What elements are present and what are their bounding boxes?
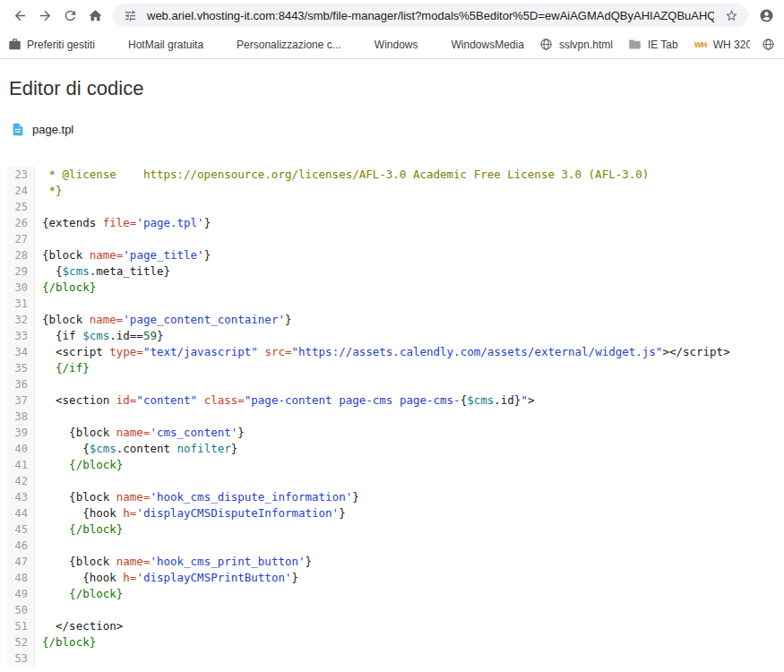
line-number: 42	[7, 473, 35, 489]
code-line[interactable]: {if $cms.id==59}	[35, 328, 164, 344]
profile-icon[interactable]	[754, 3, 779, 28]
browser-toolbar: web.ariel.vhosting-it.com:8443/smb/file-…	[0, 0, 784, 30]
line-number: 49	[7, 586, 35, 602]
line-number: 32	[7, 312, 35, 328]
bookmark-label: Preferiti gestiti	[27, 39, 95, 51]
line-number: 52	[7, 634, 35, 650]
line-number: 37	[7, 392, 35, 409]
line-number: 40	[7, 441, 35, 457]
code-line[interactable]	[35, 650, 49, 667]
microsoft-logo-icon	[219, 39, 231, 51]
wh-favicon-icon: WH	[694, 38, 708, 52]
bookmark-item[interactable]: HotMail gratuita	[110, 39, 203, 51]
bookmark-item[interactable]: IE Tab	[628, 38, 678, 52]
microsoft-logo-icon	[357, 39, 369, 51]
code-line[interactable]: <section id="content" class="page-conten…	[35, 392, 534, 409]
bookmark-label: WH 32020694 54679997	[713, 39, 750, 51]
bookmark-item[interactable]: WindowsMedia	[434, 39, 524, 51]
bookmark-star-icon[interactable]	[721, 5, 741, 25]
code-line[interactable]: {$cms.meta_title}	[35, 263, 170, 280]
code-line[interactable]	[35, 199, 49, 215]
code-line[interactable]: * @license https://opensource.org/licens…	[35, 167, 649, 183]
line-number: 36	[7, 376, 35, 392]
code-line[interactable]: {/block}	[35, 634, 96, 650]
code-line[interactable]: {/block}	[35, 457, 123, 473]
microsoft-logo-icon	[110, 39, 123, 51]
line-number: 33	[7, 328, 35, 344]
file-manager-editor-page: Editor di codice page.tpl 23 * @license …	[0, 77, 784, 667]
bookmark-label: WindowsMedia	[452, 39, 524, 51]
bookmarks-bar: Preferiti gestitiHotMail gratuitaPersona…	[0, 30, 784, 59]
line-number: 28	[7, 247, 35, 263]
bookmark-label: Personalizzazione c...	[237, 39, 341, 51]
file-icon	[11, 122, 25, 137]
page-title: Editor di codice	[9, 77, 784, 100]
line-number: 34	[7, 344, 35, 360]
code-line[interactable]: <script type="text/javascript" src="http…	[35, 344, 730, 360]
code-line[interactable]: {block name='hook_cms_dispute_informatio…	[35, 489, 359, 505]
code-line[interactable]: {hook h='displayCMSDisputeInformation'}	[35, 505, 346, 521]
address-bar[interactable]: web.ariel.vhosting-it.com:8443/smb/file-…	[113, 4, 748, 27]
bookmark-item[interactable]: WHWH 32020694 54679997	[694, 38, 750, 52]
bookmark-label: HotMail gratuita	[128, 39, 203, 51]
globe-icon	[539, 38, 554, 52]
line-number: 53	[7, 650, 35, 667]
code-line[interactable]	[35, 473, 49, 489]
back-icon[interactable]	[7, 3, 32, 28]
code-line[interactable]: {/block}	[35, 521, 123, 538]
line-number: 46	[7, 538, 35, 554]
code-line[interactable]: {hook h='displayCMSPrintButton'}	[35, 570, 298, 586]
file-row: page.tpl	[11, 120, 784, 138]
line-number: 44	[7, 505, 35, 521]
code-line[interactable]	[35, 231, 49, 247]
code-line[interactable]: {/block}	[35, 586, 123, 602]
code-line[interactable]: </section>	[35, 618, 123, 634]
line-number: 50	[7, 602, 35, 618]
line-number: 29	[7, 263, 35, 280]
line-number: 48	[7, 570, 35, 586]
line-number: 25	[7, 199, 35, 215]
bookmarks-list: Preferiti gestitiHotMail gratuitaPersona…	[7, 38, 750, 52]
site-info-icon[interactable]	[120, 5, 140, 25]
code-line[interactable]: {block name='hook_cms_print_button'}	[35, 554, 312, 570]
line-number: 26	[7, 215, 35, 231]
microsoft-logo-icon	[434, 39, 446, 51]
code-line[interactable]: {extends file='page.tpl'}	[35, 215, 211, 231]
code-line[interactable]	[35, 409, 49, 425]
line-number: 39	[7, 425, 35, 441]
code-line[interactable]	[35, 538, 49, 554]
code-line[interactable]: {block name='page_title'}	[35, 247, 211, 263]
file-name: page.tpl	[32, 123, 73, 136]
bookmark-item[interactable]: Preferiti gestiti	[7, 38, 95, 52]
code-line[interactable]: {/block}	[35, 280, 96, 296]
url-text[interactable]: web.ariel.vhosting-it.com:8443/smb/file-…	[147, 9, 714, 22]
line-number: 45	[7, 521, 35, 538]
code-line[interactable]	[35, 376, 49, 392]
reload-icon[interactable]	[57, 3, 82, 28]
code-line[interactable]	[35, 602, 49, 618]
code-editor[interactable]: 23 * @license https://opensource.org/lic…	[7, 167, 784, 667]
line-number: 27	[7, 231, 35, 247]
code-line[interactable]: {$cms.content nofilter}	[35, 441, 237, 457]
bookmark-label: IE Tab	[648, 39, 678, 51]
code-line[interactable]: {block name='page_content_container'}	[35, 312, 291, 328]
bookmark-item[interactable]: Personalizzazione c...	[219, 39, 341, 51]
forward-icon[interactable]	[32, 3, 57, 28]
managed-bookmarks-icon	[7, 38, 22, 52]
code-line[interactable]: {block name='cms_content'}	[35, 425, 245, 441]
folder-icon	[628, 38, 642, 52]
line-number: 23	[7, 167, 35, 183]
code-line[interactable]	[35, 296, 49, 312]
line-number: 38	[7, 409, 35, 425]
code-lines: 23 * @license https://opensource.org/lic…	[7, 167, 784, 667]
line-number: 41	[7, 457, 35, 473]
bookmark-item[interactable]: Windows	[357, 39, 418, 51]
line-number: 51	[7, 618, 35, 634]
code-line[interactable]: {/if}	[35, 360, 90, 376]
line-number: 24	[7, 183, 35, 199]
code-line[interactable]: *}	[35, 183, 63, 199]
bookmark-item[interactable]: sslvpn.html	[539, 38, 613, 52]
line-number: 43	[7, 489, 35, 505]
globe-icon[interactable]	[761, 38, 775, 52]
home-icon[interactable]	[82, 3, 108, 28]
